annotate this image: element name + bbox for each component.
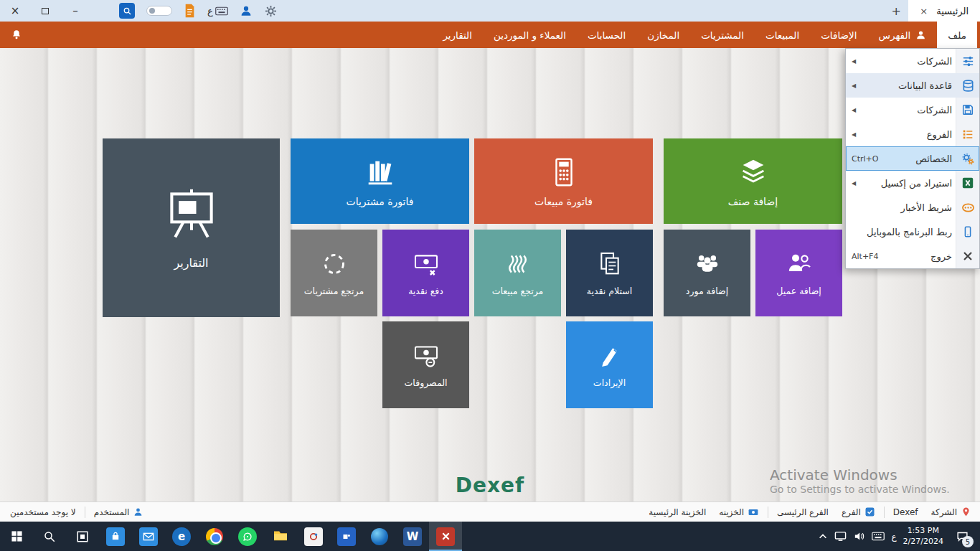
tab-label: الرئيسية (936, 6, 969, 17)
menubar-item-index[interactable]: الفهرس (867, 22, 937, 48)
menu-item-news-ticker[interactable]: شريط الأخبار (846, 195, 979, 220)
menu-item-companies[interactable]: الشركات ◀ (846, 49, 979, 73)
document-icon[interactable] (184, 4, 196, 18)
action-center-button[interactable]: 5 (950, 522, 974, 551)
separator (768, 507, 768, 518)
tile-cash-receipt[interactable]: استلام نقدية (566, 230, 653, 316)
start-button[interactable] (0, 522, 33, 551)
user-selector[interactable]: المستخدم (90, 507, 149, 517)
search-icon[interactable] (119, 3, 135, 19)
taskbar-app-edge[interactable]: e (165, 522, 198, 551)
menu-item-properties[interactable]: الخصائص Ctrl+O (846, 146, 979, 171)
taskbar-search-button[interactable] (33, 522, 66, 551)
touch-keyboard-icon[interactable] (872, 532, 885, 541)
tile-expenses[interactable]: المصروفات (382, 321, 469, 408)
menu-item-exit[interactable]: خروج Alt+F4 (846, 244, 979, 268)
tile-revenues[interactable]: الإيرادات (566, 321, 653, 408)
add-person-icon (785, 250, 814, 278)
taskbar-app-chrome[interactable] (198, 522, 231, 551)
menubar-item-purchases[interactable]: المشتريات (690, 22, 755, 48)
taskbar-app-whatsapp[interactable] (231, 522, 264, 551)
taskbar-app-word[interactable]: W (396, 522, 429, 551)
user-icon[interactable] (240, 4, 253, 17)
person-icon (915, 29, 926, 40)
file-menu-dropdown: الشركات ◀ قاعدة البيانات ◀ الشركات ◀ الف… (845, 48, 980, 269)
watermark-title: Activate Windows (770, 466, 950, 484)
taskbar-app-file-explorer[interactable] (264, 522, 297, 551)
system-tray: ع 1:53 PM 2/27/2024 5 (812, 522, 980, 551)
tile-reports[interactable]: التقارير (103, 138, 280, 317)
separator (884, 507, 885, 518)
keyboard-language-button[interactable]: ع (207, 6, 228, 17)
application-window: × – ع + الرئيسية (0, 0, 980, 551)
store-icon (106, 527, 125, 546)
menubar-item-reports[interactable]: التقارير (432, 22, 483, 48)
new-tab-button[interactable]: + (884, 4, 908, 18)
menu-item-companies-save[interactable]: الشركات ◀ (846, 98, 979, 122)
tile-sales-return[interactable]: مرتجع مبيعات (474, 230, 561, 316)
clock-date: 2/27/2024 (903, 537, 943, 547)
circular-return-icon (320, 250, 349, 278)
excel-icon (956, 176, 979, 189)
volume-icon[interactable] (853, 531, 865, 542)
tile-add-supplier[interactable]: إضافة مورد (664, 230, 750, 316)
tile-add-customer[interactable]: إضافة عميل (755, 230, 842, 316)
taskbar-clock[interactable]: 1:53 PM 2/27/2024 (903, 526, 943, 547)
menu-item-import-excel[interactable]: استيراد من إكسيل ◀ (846, 171, 979, 195)
menubar-item-accounts[interactable]: الحسابات (577, 22, 636, 48)
branch-main-label: الفرع الرئيسى (773, 507, 833, 517)
tile-cash-payment[interactable]: دفع نقدية (382, 230, 469, 316)
watermark-subtitle: Go to Settings to activate Windows. (770, 484, 950, 495)
separator (85, 507, 85, 518)
menubar-item-stores[interactable]: المخازن (636, 22, 690, 48)
tile-label: دفع نقدية (408, 286, 443, 296)
menu-item-label: شريط الأخبار (846, 202, 956, 213)
minimize-window-button[interactable]: – (60, 0, 90, 22)
tile-purchase-invoice[interactable]: فاتورة مشتريات (291, 138, 469, 224)
tile-label: الإيرادات (593, 377, 626, 388)
menubar-item-sales[interactable]: المبيعات (755, 22, 810, 48)
close-window-button[interactable]: × (0, 0, 30, 22)
submenu-arrow-icon: ◀ (846, 58, 859, 65)
task-view-button[interactable] (66, 522, 99, 551)
sphere-browser-icon (371, 528, 388, 545)
tab-close-icon[interactable]: × (920, 6, 928, 17)
menu-item-link-mobile[interactable]: ربط البرنامج بالموبايل (846, 220, 979, 244)
statusbar-right-group: الشركة Dexef الفرع الفرع الرئيسى الخزينه… (644, 502, 976, 522)
treasury-selector[interactable]: الخزينه (715, 507, 763, 518)
submenu-arrow-icon: ◀ (846, 180, 859, 187)
tile-label: فاتورة مشتريات (347, 196, 414, 207)
menu-item-label: خروج (881, 251, 956, 262)
whatsapp-icon (238, 527, 257, 546)
taskbar-app-dexef-tool[interactable] (297, 522, 330, 551)
search-icon (43, 530, 56, 543)
menu-item-database[interactable]: قاعدة البيانات ◀ (846, 73, 979, 98)
show-hidden-icons-button[interactable] (818, 532, 828, 542)
notifications-bell-icon[interactable] (6, 24, 27, 46)
activate-windows-watermark: Activate Windows Go to Settings to activ… (770, 466, 950, 495)
taskbar-app-dexef-active[interactable] (429, 522, 462, 551)
menubar-item-label: الفهرس (878, 29, 910, 41)
taskbar-app-mail[interactable] (132, 522, 165, 551)
tile-purchase-return[interactable]: مرتجع مشتريات (291, 230, 377, 316)
close-icon (956, 251, 979, 261)
restore-window-button[interactable] (30, 0, 60, 22)
company-selector[interactable]: الشركة (927, 507, 976, 517)
menubar-item-clients-suppliers[interactable]: العملاء و الموردين (483, 22, 577, 48)
menubar-item-addons[interactable]: الإضافات (810, 22, 867, 48)
tab-home[interactable]: الرئيسية × (908, 0, 980, 22)
taskbar-app-store[interactable] (99, 522, 132, 551)
menu-item-branches[interactable]: الفروع ◀ (846, 122, 979, 146)
taskbar-app-browser-sphere[interactable] (363, 522, 396, 551)
language-indicator[interactable]: ع (891, 532, 896, 542)
menubar-item-file[interactable]: ملف (937, 22, 977, 48)
tile-sales-invoice[interactable]: فاتورة مبيعات (474, 138, 653, 224)
restore-icon (42, 8, 49, 14)
taskbar-app-teams[interactable] (330, 522, 363, 551)
gear-icon[interactable] (264, 4, 278, 18)
toggle-switch[interactable] (146, 6, 172, 16)
mail-icon (139, 527, 158, 546)
tile-add-item[interactable]: إضافة صنف (664, 138, 842, 224)
display-icon[interactable] (834, 531, 847, 542)
branch-selector[interactable]: الفرع (837, 507, 880, 517)
